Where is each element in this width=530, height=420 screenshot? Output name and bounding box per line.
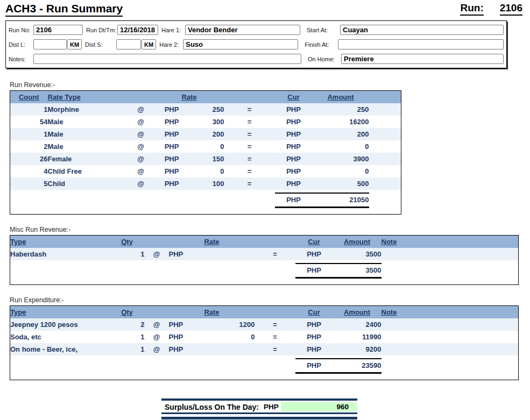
cell-rate-cur: PHP: [154, 116, 189, 128]
cell-at: @: [128, 140, 154, 153]
header-spacer: [145, 236, 169, 248]
form-row-1: Run No: 2106 Run Dt/Tm: 12/16/2018 Hare …: [9, 23, 504, 37]
page-title: ACH3 - Run Summary: [5, 2, 123, 17]
header-spacer: [145, 306, 169, 318]
cell-rate: 0: [215, 331, 255, 343]
revenue-total-cur: PHP: [275, 193, 313, 208]
form-row-2: Dist L: KM Dist S: KM Hare 2: Suso Finis…: [9, 37, 504, 52]
report-page: ACH3 - Run Summary Run: 2106 Run No: 210…: [0, 0, 530, 419]
cell-rate: 150: [189, 153, 224, 165]
cell-rate: 0: [189, 165, 224, 177]
cell-at: @: [145, 318, 169, 331]
revenue-cur-header: Cur: [275, 91, 313, 103]
cell-amount: 3500: [333, 248, 381, 260]
cell-eq: =: [224, 103, 275, 116]
cell-note: [381, 331, 519, 343]
cell-cur: PHP: [275, 140, 313, 153]
run-label: Run:: [460, 2, 483, 16]
cell-rate: 250: [189, 103, 224, 116]
dist-l-label: Dist L:: [9, 41, 33, 48]
dist-l-unit: KM: [67, 39, 82, 49]
cell-at: @: [128, 165, 154, 177]
expenditure-total-amount: 23590: [333, 359, 381, 373]
expenditure-rate-header: Rate: [169, 306, 255, 318]
misc-rate-header: Rate: [169, 236, 255, 248]
expenditure-total-row: PHP 23590: [10, 359, 519, 373]
cell-cur: PHP: [275, 177, 313, 190]
header-spacer: [255, 236, 295, 248]
cell-count: 1: [10, 103, 48, 116]
hare2-label: Hare 2:: [159, 41, 183, 48]
cell-rate-type: Male: [48, 116, 128, 128]
cell-amount: 9200: [333, 343, 381, 355]
cell-cur: PHP: [275, 116, 313, 128]
notes-label: Notes:: [9, 56, 33, 62]
cell-at: @: [145, 331, 169, 343]
table-row: Soda, etc 1 @ PHP 0 = PHP 11990: [10, 331, 519, 343]
notes-field[interactable]: [33, 54, 301, 64]
surplus-section: Surplus/Loss On The Day: PHP 960: [161, 398, 357, 419]
revenue-amount-header: Amount: [313, 91, 369, 103]
run-dt-field[interactable]: 12/16/2018: [117, 25, 158, 35]
header-spacer: [128, 91, 154, 103]
cell-cur: PHP: [275, 128, 313, 140]
header-spacer: [255, 306, 295, 318]
misc-note-header: Note: [381, 236, 519, 248]
cell-qty: 2: [110, 318, 145, 331]
dist-s-field[interactable]: [116, 39, 141, 49]
cell-eq: =: [224, 116, 275, 128]
cell-rate-type: Morphine: [48, 103, 128, 116]
run-dt-label: Run Dt/Tm:: [86, 27, 117, 33]
cell-rate: [215, 248, 255, 260]
hare1-field[interactable]: Vendor Bender: [185, 25, 300, 35]
cell-eq: =: [255, 343, 295, 355]
run-no-field[interactable]: 2106: [33, 25, 83, 35]
cell-rate-type: Child: [48, 177, 128, 190]
surplus-bottom-rule: [161, 417, 357, 419]
cell-rate-cur: PHP: [169, 248, 215, 260]
cell-eq: =: [255, 331, 295, 343]
misc-header-row: Type Qty Rate Cur Amount Note: [10, 236, 519, 248]
cell-at: @: [128, 116, 154, 128]
cell-eq: =: [224, 165, 275, 177]
cell-rate-cur: PHP: [154, 177, 189, 190]
expenditure-qty-header: Qty: [110, 306, 145, 318]
cell-rate-cur: PHP: [169, 343, 215, 355]
revenue-rate-type-header: Rate Type: [48, 91, 128, 103]
hare1-label: Hare 1:: [161, 27, 185, 33]
cell-eq: =: [224, 128, 275, 140]
cell-rate-cur: PHP: [154, 165, 189, 177]
cell-note: [381, 343, 519, 355]
cell-type: Soda, etc: [10, 331, 110, 343]
cell-count: 4: [10, 165, 48, 177]
finish-at-label: Finish At:: [305, 41, 338, 48]
expenditure-amount-header: Amount: [333, 306, 381, 318]
misc-total-cur: PHP: [295, 264, 333, 278]
cell-at: @: [128, 153, 154, 165]
run-no-label: Run No:: [9, 27, 33, 33]
on-home-label: On Home:: [308, 56, 341, 62]
finish-at-field[interactable]: [338, 39, 504, 49]
cell-at: @: [128, 128, 154, 140]
form-row-3: Notes: On Home: Premiere: [9, 52, 504, 66]
cell-cur: PHP: [295, 331, 333, 343]
expenditure-type-header: Type: [10, 306, 110, 318]
cell-cur: PHP: [295, 248, 333, 260]
cell-count: 2: [10, 140, 48, 153]
cell-rate-cur: PHP: [154, 103, 189, 116]
dist-l-field[interactable]: [33, 39, 67, 49]
dist-s-unit: KM: [142, 39, 156, 49]
revenue-header-row: Count Rate Type Rate Cur Amount: [10, 91, 401, 103]
on-home-field[interactable]: Premiere: [341, 54, 504, 64]
cell-rate: 100: [189, 177, 224, 190]
run-details-form: Run No: 2106 Run Dt/Tm: 12/16/2018 Hare …: [5, 20, 507, 68]
hare2-field[interactable]: Suso: [183, 39, 298, 49]
cell-eq: =: [224, 140, 275, 153]
revenue-rate-header: Rate: [154, 91, 224, 103]
expenditure-section-label: Run Expenditure:-: [10, 296, 525, 304]
cell-rate: 1200: [215, 318, 255, 331]
surplus-currency: PHP: [264, 403, 279, 411]
start-at-field[interactable]: Cuayan: [340, 25, 504, 35]
cell-count: 1: [10, 128, 48, 140]
cell-amount: 0: [313, 140, 369, 153]
